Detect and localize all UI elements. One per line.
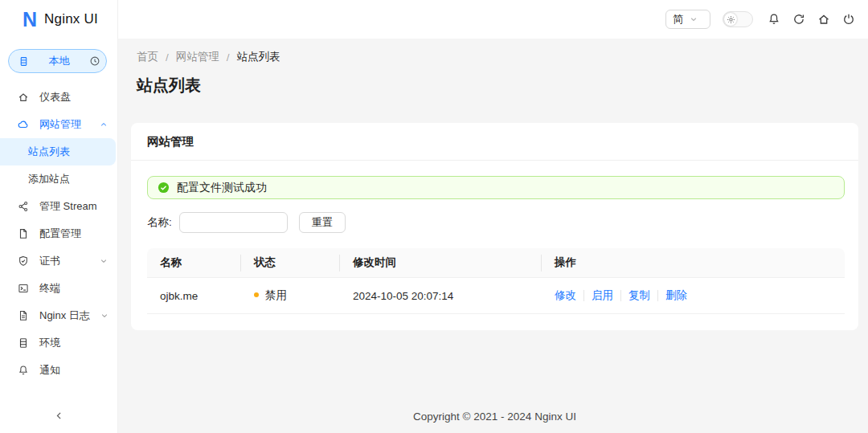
breadcrumb-separator: / xyxy=(166,51,169,63)
home-icon[interactable] xyxy=(817,13,830,26)
check-circle-icon xyxy=(158,182,170,194)
breadcrumb-site-management[interactable]: 网站管理 xyxy=(176,50,219,64)
sun-icon xyxy=(724,13,737,26)
sidebar-item-label: 终端 xyxy=(39,281,60,296)
filter-bar: 名称: 重置 xyxy=(147,212,845,233)
environment-name: 本地 xyxy=(32,54,86,68)
sidebar-menu: 仪表盘 网站管理 站点列表 添加站点 管理 xyxy=(0,84,117,433)
sidebar-collapse-button[interactable] xyxy=(0,406,117,428)
name-filter-input[interactable] xyxy=(179,212,288,233)
bell-icon xyxy=(18,365,29,376)
sidebar-item-config[interactable]: 配置管理 xyxy=(0,220,117,247)
share-icon xyxy=(18,201,29,212)
app-title: Nginx UI xyxy=(44,11,98,27)
clock-icon[interactable] xyxy=(89,55,100,67)
site-name-cell: ojbk.me xyxy=(147,278,241,314)
bell-icon[interactable] xyxy=(768,13,780,26)
reload-icon[interactable] xyxy=(792,13,805,26)
database-icon xyxy=(18,56,29,67)
sidebar-item-terminal[interactable]: 终端 xyxy=(0,275,117,302)
sidebar-item-label: 环境 xyxy=(39,336,60,350)
site-management-card: 网站管理 配置文件测试成功 名称: 重置 xyxy=(131,123,858,330)
sidebar-item-site-management[interactable]: 网站管理 xyxy=(0,111,117,138)
chevron-down-icon xyxy=(100,257,108,265)
theme-toggle[interactable] xyxy=(723,11,753,27)
chevron-left-icon xyxy=(54,411,64,423)
site-status-cell: 禁用 xyxy=(241,278,340,314)
nginx-ui-logo-icon: N xyxy=(23,10,37,30)
status-badge: 禁用 xyxy=(265,289,287,301)
cloud-icon xyxy=(18,119,29,130)
shield-check-icon xyxy=(18,255,29,267)
column-header-name: 名称 xyxy=(147,248,241,278)
sidebar-item-label: 站点列表 xyxy=(28,145,70,159)
column-header-modified: 修改时间 xyxy=(340,248,542,278)
column-header-status: 状态 xyxy=(241,248,340,278)
file-text-icon xyxy=(18,310,29,321)
sidebar: N Nginx UI 本地 仪表盘 网站管理 xyxy=(0,0,118,433)
action-divider xyxy=(657,290,658,301)
breadcrumb-separator: / xyxy=(227,51,230,63)
environment-selector[interactable]: 本地 xyxy=(8,49,107,73)
sidebar-item-add-site[interactable]: 添加站点 xyxy=(0,165,117,193)
modify-action-link[interactable]: 修改 xyxy=(555,288,576,303)
success-alert: 配置文件测试成功 xyxy=(147,176,845,199)
action-divider xyxy=(583,290,584,301)
top-header: 简 xyxy=(118,0,868,39)
card-body: 配置文件测试成功 名称: 重置 名称 状态 修改时间 xyxy=(131,161,858,330)
page-content: 首页 / 网站管理 / 站点列表 站点列表 网站管理 配置文件测试成功 xyxy=(118,39,868,433)
sidebar-item-stream[interactable]: 管理 Stream xyxy=(0,193,117,220)
sidebar-item-notifications[interactable]: 通知 xyxy=(0,357,117,384)
sidebar-item-label: 通知 xyxy=(39,363,60,378)
sidebar-item-label: 添加站点 xyxy=(28,172,70,186)
main-column: 简 xyxy=(118,0,868,433)
app-window: N Nginx UI 本地 仪表盘 网站管理 xyxy=(0,0,868,433)
sidebar-item-label: 管理 Stream xyxy=(39,199,97,214)
breadcrumb-current: 站点列表 xyxy=(237,50,280,64)
home-icon xyxy=(18,92,29,103)
status-dot-icon xyxy=(254,292,259,297)
breadcrumb: 首页 / 网站管理 / 站点列表 xyxy=(131,50,858,64)
reset-button[interactable]: 重置 xyxy=(299,212,346,233)
chevron-down-icon xyxy=(100,312,108,320)
sidebar-item-dashboard[interactable]: 仪表盘 xyxy=(0,84,117,111)
copyright-footer: Copyright © 2021 - 2024 Nginx UI xyxy=(131,402,858,433)
power-icon[interactable] xyxy=(842,13,855,26)
sidebar-item-label: Nginx 日志 xyxy=(39,308,90,323)
sidebar-item-label: 仪表盘 xyxy=(39,90,71,104)
sidebar-item-site-list[interactable]: 站点列表 xyxy=(0,138,116,165)
file-icon xyxy=(18,228,29,239)
page-title: 站点列表 xyxy=(131,75,858,96)
language-value: 简 xyxy=(673,12,683,27)
chevron-down-icon xyxy=(690,15,698,23)
name-filter-label: 名称: xyxy=(147,215,172,230)
delete-action-link[interactable]: 删除 xyxy=(665,288,687,303)
sidebar-item-label: 证书 xyxy=(39,254,60,268)
action-divider xyxy=(620,290,621,301)
language-select[interactable]: 简 xyxy=(665,10,710,29)
sidebar-item-environment[interactable]: 环境 xyxy=(0,329,117,357)
sites-table: 名称 状态 修改时间 操作 ojbk.me 禁用 xyxy=(147,248,845,314)
app-logo[interactable]: N Nginx UI xyxy=(0,0,117,39)
alert-message: 配置文件测试成功 xyxy=(177,181,267,195)
site-actions-cell: 修改 启用 复制 删除 xyxy=(542,278,845,314)
duplicate-action-link[interactable]: 复制 xyxy=(628,288,650,303)
table-row: ojbk.me 禁用 2024-10-05 20:07:14 修改 启 xyxy=(147,278,845,314)
sidebar-item-label: 网站管理 xyxy=(39,117,81,132)
sidebar-item-certificates[interactable]: 证书 xyxy=(0,247,117,275)
card-title: 网站管理 xyxy=(131,123,858,161)
chevron-up-icon xyxy=(100,121,108,129)
table-header-row: 名称 状态 修改时间 操作 xyxy=(147,248,845,278)
breadcrumb-home[interactable]: 首页 xyxy=(137,50,158,64)
sidebar-item-label: 配置管理 xyxy=(39,227,81,241)
column-header-actions: 操作 xyxy=(542,248,845,278)
site-modified-cell: 2024-10-05 20:07:14 xyxy=(340,278,542,314)
enable-action-link[interactable]: 启用 xyxy=(592,288,613,303)
sidebar-item-nginx-logs[interactable]: Nginx 日志 xyxy=(0,302,117,329)
terminal-icon xyxy=(18,283,29,294)
server-icon xyxy=(18,337,29,349)
